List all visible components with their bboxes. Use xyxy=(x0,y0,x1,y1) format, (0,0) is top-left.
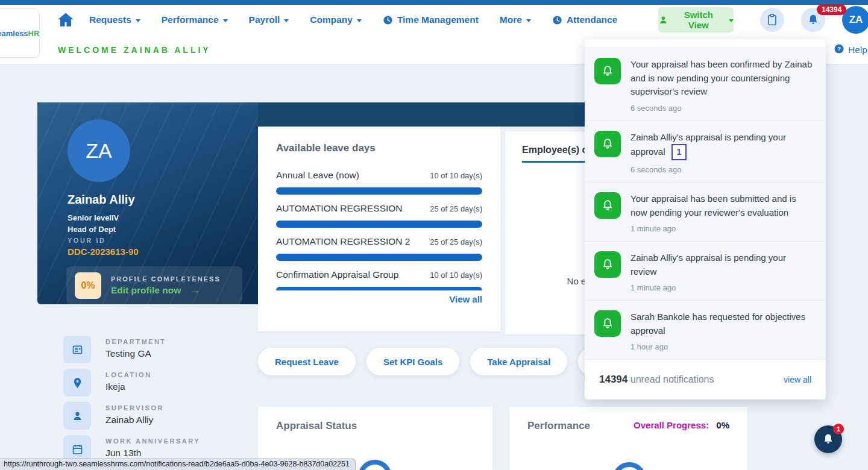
leave-days-value: 25 of 25 day(s) xyxy=(430,237,482,246)
location-pin-icon xyxy=(63,369,91,396)
available-leave-card: Available leave days Annual Leave (now) … xyxy=(258,127,500,331)
notification-text: Your appraisal has been confirmed by Zai… xyxy=(631,58,813,99)
home-icon[interactable] xyxy=(57,11,75,29)
info-label: WORK ANNIVERSARY xyxy=(105,437,200,445)
help-button[interactable]: ? Help xyxy=(834,43,867,57)
department-icon xyxy=(63,336,91,363)
person-icon xyxy=(63,402,91,430)
profile-avatar: ZA xyxy=(68,119,130,182)
floating-bell-badge: 1 xyxy=(833,424,844,434)
leave-days-value: 10 of 10 day(s) xyxy=(430,271,482,280)
switch-view-button[interactable]: Switch View xyxy=(658,7,734,33)
leave-days-value: 10 of 10 day(s) xyxy=(430,171,482,180)
leave-progress-bar xyxy=(276,254,482,261)
nav-item-payroll[interactable]: Payroll xyxy=(249,14,289,25)
profile-completeness-panel: 0% PROFILE COMPLETENESS Edit profile now… xyxy=(66,266,242,304)
notification-item[interactable]: Your appraisal has been confirmed by Zai… xyxy=(585,48,826,121)
info-value: Zainab Alliy xyxy=(105,415,164,425)
welcome-text: WELCOME ZAINAB ALLIY xyxy=(58,45,211,55)
leave-progress-bar xyxy=(276,221,482,228)
notifications-dropdown: Your appraisal has been confirmed by Zai… xyxy=(585,39,826,400)
notifications-view-all-link[interactable]: view all xyxy=(784,375,811,384)
info-label: LOCATION xyxy=(105,371,152,378)
appraisal-progress-ring xyxy=(358,460,392,470)
info-item-location: LOCATION Ikeja xyxy=(63,369,200,396)
completeness-percent-badge: 0% xyxy=(75,272,101,299)
leave-type-label: Confirmation Appraisal Group xyxy=(276,269,398,280)
leave-row: Annual Leave (now) 10 of 10 day(s) xyxy=(276,170,482,195)
notification-item[interactable]: Sarah Bankole has requested for objectiv… xyxy=(585,300,826,359)
info-label: DEPARTMENT xyxy=(105,338,166,345)
leave-row: AUTOMATION REGRESSION 2 25 of 25 day(s) xyxy=(276,236,482,261)
leave-type-label: AUTOMATION REGRESSION xyxy=(276,203,403,214)
employee-info-list: DEPARTMENT Testing GA LOCATION Ikeja SUP… xyxy=(63,336,200,463)
notification-item[interactable]: Zainab Alliy's appraisal is pending your… xyxy=(585,241,826,300)
person-icon xyxy=(658,15,668,25)
overall-progress-label: Overall Progress: xyxy=(634,420,709,430)
profile-name: Zainab Alliy xyxy=(68,193,135,207)
performance-card: Performance Overall Progress: 0% xyxy=(509,407,747,470)
leave-progress-bar xyxy=(276,187,482,195)
performance-card-title: Performance xyxy=(527,420,590,470)
bell-icon xyxy=(594,251,621,278)
notification-text: Sarah Bankole has requested for objectiv… xyxy=(631,310,813,337)
info-value: Testing GA xyxy=(105,348,166,359)
profile-card: ZA Zainab Alliy Senior levelIV Head of D… xyxy=(37,102,258,304)
info-item-department: DEPARTMENT Testing GA xyxy=(63,336,200,363)
overall-progress: Overall Progress: 0% xyxy=(634,420,729,470)
top-accent-strip xyxy=(0,0,868,5)
svg-text:?: ? xyxy=(837,45,841,52)
nav-item-attendance[interactable]: Attendance xyxy=(552,14,617,25)
notification-text: Your appraisal has been submitted and is… xyxy=(631,192,813,219)
nav-item-company[interactable]: Company xyxy=(310,14,362,25)
notification-item[interactable]: Zainab Alliy's appraisal is pending your… xyxy=(585,121,826,183)
request-leave-button[interactable]: Request Leave xyxy=(258,348,356,375)
brand-logo[interactable]: SeamlessHR xyxy=(0,8,40,58)
notification-time: 6 seconds ago xyxy=(631,104,813,113)
profile-id-label: YOUR ID xyxy=(68,237,105,244)
appraisal-card-title: Appraisal Status xyxy=(276,420,492,432)
browser-status-url: https://runthrough-two.seamlesshrms.com/… xyxy=(0,459,356,470)
nav-item-requests[interactable]: Requests xyxy=(89,14,140,25)
bell-icon xyxy=(822,433,835,446)
notification-text: Zainab Alliy's appraisal is pending your… xyxy=(631,251,813,278)
profile-level: Senior levelIV xyxy=(68,213,119,222)
set-kpi-goals-button[interactable]: Set KPI Goals xyxy=(366,348,459,375)
clipboard-icon[interactable] xyxy=(760,8,784,32)
notification-text: Zainab Alliy's appraisal is pending your… xyxy=(631,131,813,161)
take-appraisal-button[interactable]: Take Appraisal xyxy=(470,348,567,375)
leave-days-value: 25 of 25 day(s) xyxy=(430,204,482,213)
main-nav: Requests Performance Payroll Company Tim… xyxy=(89,9,617,31)
bell-icon xyxy=(594,310,621,337)
question-icon: ? xyxy=(834,43,844,57)
nav-item-time-management[interactable]: Time Management xyxy=(383,14,479,25)
arrow-right-icon: → xyxy=(190,285,200,296)
leave-row: AUTOMATION REGRESSION 25 of 25 day(s) xyxy=(276,203,482,228)
chevron-down-icon xyxy=(357,19,362,22)
info-item-supervisor: SUPERVISOR Zainab Alliy xyxy=(63,402,200,430)
clock-icon xyxy=(552,15,562,25)
overall-progress-value: 0% xyxy=(716,420,729,430)
notifications-footer: 14394 unread notifications view all xyxy=(585,359,826,400)
bell-icon xyxy=(594,192,621,219)
chevron-down-icon xyxy=(136,19,140,22)
profile-role: Head of Dept xyxy=(68,225,116,234)
chevron-down-icon xyxy=(223,19,228,22)
nav-item-performance[interactable]: Performance xyxy=(162,14,228,25)
info-value: Ikeja xyxy=(105,381,152,392)
nav-item-more[interactable]: More xyxy=(500,14,531,25)
leave-view-all-link[interactable]: View all xyxy=(276,294,482,304)
floating-notifications-button[interactable]: 1 xyxy=(814,425,842,453)
chevron-down-icon xyxy=(284,19,289,22)
notification-time: 1 minute ago xyxy=(631,224,813,233)
notification-item[interactable]: Your appraisal has been submitted and is… xyxy=(585,182,826,241)
chevron-down-icon xyxy=(526,19,531,22)
unread-count: 14394 unread notifications xyxy=(599,374,714,386)
leave-type-label: AUTOMATION REGRESSION 2 xyxy=(276,236,410,247)
info-value: Jun 13th xyxy=(105,448,200,459)
leave-progress-bar xyxy=(276,287,482,290)
chevron-down-icon xyxy=(729,19,734,22)
edit-profile-link[interactable]: Edit profile now → xyxy=(111,285,221,296)
bell-icon xyxy=(594,131,621,157)
profile-employee-id: DDC-2023613-90 xyxy=(68,246,139,257)
